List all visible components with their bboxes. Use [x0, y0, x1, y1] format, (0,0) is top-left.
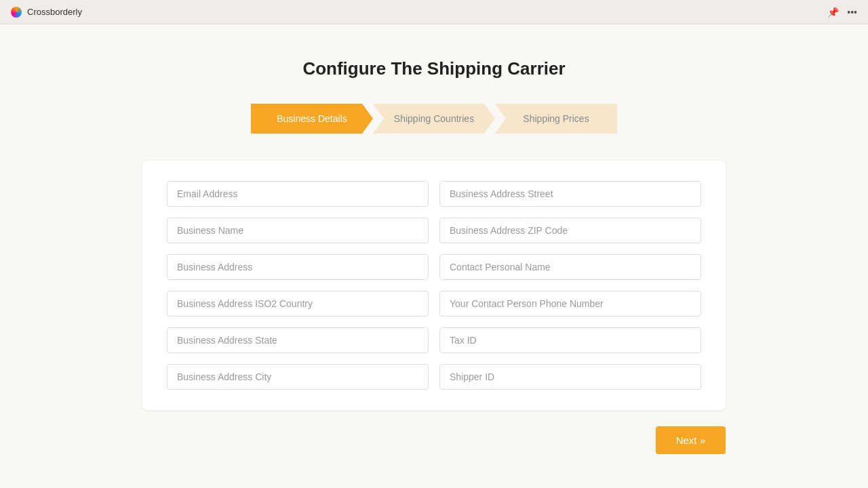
form-grid	[167, 181, 701, 390]
step-label-shipping-countries: Shipping Countries	[394, 113, 474, 124]
main-content: Configure The Shipping Carrier Business …	[0, 24, 868, 488]
pin-icon[interactable]: 📌	[827, 7, 839, 18]
business-address-state-input[interactable]	[167, 327, 429, 353]
business-name-input[interactable]	[167, 218, 429, 243]
shipper-id-input[interactable]	[439, 364, 701, 390]
step-label-shipping-prices: Shipping Prices	[523, 113, 589, 124]
stepper: Business Details Shipping Countries Ship…	[251, 104, 617, 134]
step-shipping-countries[interactable]: Shipping Countries	[373, 104, 495, 134]
business-address-input[interactable]	[167, 254, 429, 280]
topbar: Crossborderly 📌 •••	[0, 0, 868, 24]
app-icon	[11, 7, 22, 18]
contact-phone-input[interactable]	[439, 291, 701, 317]
page-title: Configure The Shipping Carrier	[302, 58, 565, 79]
step-label-business-details: Business Details	[277, 113, 347, 124]
topbar-left: Crossborderly	[11, 7, 82, 18]
tax-id-input[interactable]	[439, 327, 701, 353]
email-address-input[interactable]	[167, 181, 429, 207]
more-menu-icon[interactable]: •••	[847, 7, 857, 18]
business-address-iso2-input[interactable]	[167, 291, 429, 317]
step-business-details[interactable]: Business Details	[251, 104, 373, 134]
business-address-street-input[interactable]	[439, 181, 701, 207]
step-shipping-prices[interactable]: Shipping Prices	[495, 104, 617, 134]
business-address-city-input[interactable]	[167, 364, 429, 390]
business-address-zip-input[interactable]	[439, 218, 701, 243]
app-title: Crossborderly	[27, 7, 82, 17]
actions-bar: Next »	[142, 426, 726, 454]
contact-personal-name-input[interactable]	[439, 254, 701, 280]
next-button[interactable]: Next »	[656, 426, 726, 454]
topbar-right: 📌 •••	[827, 7, 857, 18]
form-card	[142, 161, 726, 410]
